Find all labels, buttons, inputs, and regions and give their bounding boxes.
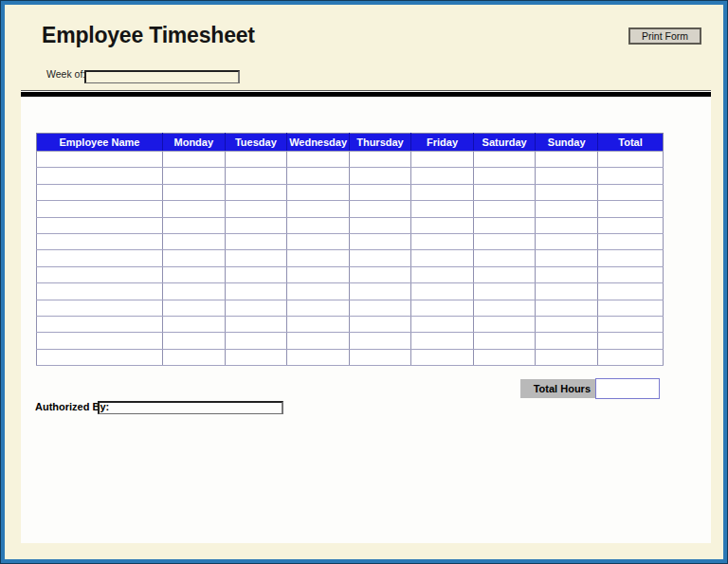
timesheet-cell[interactable] xyxy=(598,300,664,316)
timesheet-cell[interactable] xyxy=(536,184,598,200)
timesheet-cell[interactable] xyxy=(349,250,411,266)
week-of-input[interactable] xyxy=(84,70,240,83)
timesheet-cell[interactable] xyxy=(349,300,411,316)
timesheet-cell[interactable] xyxy=(163,333,226,349)
timesheet-cell[interactable] xyxy=(473,152,536,168)
timesheet-cell[interactable] xyxy=(411,349,474,365)
timesheet-cell[interactable] xyxy=(473,217,536,233)
timesheet-cell[interactable] xyxy=(473,266,536,282)
timesheet-cell[interactable] xyxy=(287,316,350,332)
total-hours-input[interactable] xyxy=(595,378,660,399)
timesheet-cell[interactable] xyxy=(225,300,287,316)
timesheet-cell[interactable] xyxy=(598,233,664,249)
timesheet-cell[interactable] xyxy=(536,217,598,233)
timesheet-cell[interactable] xyxy=(37,300,163,316)
timesheet-cell[interactable] xyxy=(536,250,598,266)
timesheet-cell[interactable] xyxy=(349,283,411,300)
timesheet-cell[interactable] xyxy=(536,300,598,316)
timesheet-cell[interactable] xyxy=(536,152,598,168)
timesheet-cell[interactable] xyxy=(411,316,474,332)
timesheet-cell[interactable] xyxy=(536,266,598,282)
timesheet-cell[interactable] xyxy=(536,283,598,300)
timesheet-cell[interactable] xyxy=(349,168,411,184)
timesheet-cell[interactable] xyxy=(37,201,163,217)
timesheet-cell[interactable] xyxy=(287,250,350,266)
timesheet-cell[interactable] xyxy=(225,233,287,249)
timesheet-cell[interactable] xyxy=(287,217,350,233)
timesheet-cell[interactable] xyxy=(411,250,474,266)
timesheet-cell[interactable] xyxy=(37,283,163,300)
timesheet-cell[interactable] xyxy=(37,233,163,249)
timesheet-cell[interactable] xyxy=(287,201,350,217)
timesheet-cell[interactable] xyxy=(411,152,474,168)
timesheet-cell[interactable] xyxy=(225,266,287,282)
timesheet-cell[interactable] xyxy=(473,333,536,349)
timesheet-cell[interactable] xyxy=(473,283,536,300)
timesheet-cell[interactable] xyxy=(163,316,226,332)
timesheet-cell[interactable] xyxy=(225,217,287,233)
timesheet-cell[interactable] xyxy=(473,349,536,365)
timesheet-cell[interactable] xyxy=(473,250,536,266)
timesheet-cell[interactable] xyxy=(287,333,350,349)
timesheet-cell[interactable] xyxy=(598,217,664,233)
timesheet-cell[interactable] xyxy=(411,333,474,349)
timesheet-cell[interactable] xyxy=(225,184,287,200)
timesheet-cell[interactable] xyxy=(163,233,226,249)
timesheet-cell[interactable] xyxy=(37,266,163,282)
timesheet-cell[interactable] xyxy=(287,349,350,365)
timesheet-cell[interactable] xyxy=(163,201,226,217)
timesheet-cell[interactable] xyxy=(225,316,287,332)
timesheet-cell[interactable] xyxy=(163,217,226,233)
timesheet-cell[interactable] xyxy=(163,184,226,200)
timesheet-cell[interactable] xyxy=(473,184,536,200)
timesheet-cell[interactable] xyxy=(536,168,598,184)
timesheet-cell[interactable] xyxy=(598,152,664,168)
timesheet-cell[interactable] xyxy=(411,217,474,233)
timesheet-cell[interactable] xyxy=(163,283,226,300)
timesheet-cell[interactable] xyxy=(411,266,474,282)
timesheet-cell[interactable] xyxy=(225,250,287,266)
timesheet-cell[interactable] xyxy=(349,184,411,200)
timesheet-cell[interactable] xyxy=(411,201,474,217)
print-form-button[interactable]: Print Form xyxy=(628,27,701,45)
timesheet-cell[interactable] xyxy=(37,250,163,266)
timesheet-cell[interactable] xyxy=(349,217,411,233)
timesheet-cell[interactable] xyxy=(163,168,226,184)
timesheet-cell[interactable] xyxy=(287,168,350,184)
timesheet-cell[interactable] xyxy=(536,316,598,332)
timesheet-cell[interactable] xyxy=(37,316,163,332)
timesheet-cell[interactable] xyxy=(225,333,287,349)
timesheet-cell[interactable] xyxy=(225,283,287,300)
timesheet-cell[interactable] xyxy=(287,266,350,282)
timesheet-cell[interactable] xyxy=(37,349,163,365)
timesheet-cell[interactable] xyxy=(225,349,287,365)
timesheet-cell[interactable] xyxy=(411,283,474,300)
timesheet-cell[interactable] xyxy=(598,250,664,266)
timesheet-cell[interactable] xyxy=(598,333,664,349)
timesheet-cell[interactable] xyxy=(411,233,474,249)
timesheet-cell[interactable] xyxy=(225,201,287,217)
timesheet-cell[interactable] xyxy=(598,316,664,332)
timesheet-cell[interactable] xyxy=(598,168,664,184)
timesheet-cell[interactable] xyxy=(598,184,664,200)
timesheet-cell[interactable] xyxy=(163,266,226,282)
timesheet-cell[interactable] xyxy=(287,283,350,300)
timesheet-cell[interactable] xyxy=(163,349,226,365)
timesheet-cell[interactable] xyxy=(349,233,411,249)
timesheet-cell[interactable] xyxy=(349,333,411,349)
timesheet-cell[interactable] xyxy=(37,184,163,200)
timesheet-cell[interactable] xyxy=(411,300,474,316)
timesheet-cell[interactable] xyxy=(536,349,598,365)
timesheet-cell[interactable] xyxy=(349,266,411,282)
timesheet-cell[interactable] xyxy=(536,233,598,249)
timesheet-cell[interactable] xyxy=(37,333,163,349)
timesheet-cell[interactable] xyxy=(349,152,411,168)
timesheet-cell[interactable] xyxy=(598,349,664,365)
timesheet-cell[interactable] xyxy=(411,168,474,184)
timesheet-cell[interactable] xyxy=(598,266,664,282)
timesheet-cell[interactable] xyxy=(287,233,350,249)
timesheet-cell[interactable] xyxy=(163,300,226,316)
authorized-by-signature-input[interactable] xyxy=(98,401,283,414)
timesheet-cell[interactable] xyxy=(37,152,163,168)
timesheet-cell[interactable] xyxy=(536,201,598,217)
